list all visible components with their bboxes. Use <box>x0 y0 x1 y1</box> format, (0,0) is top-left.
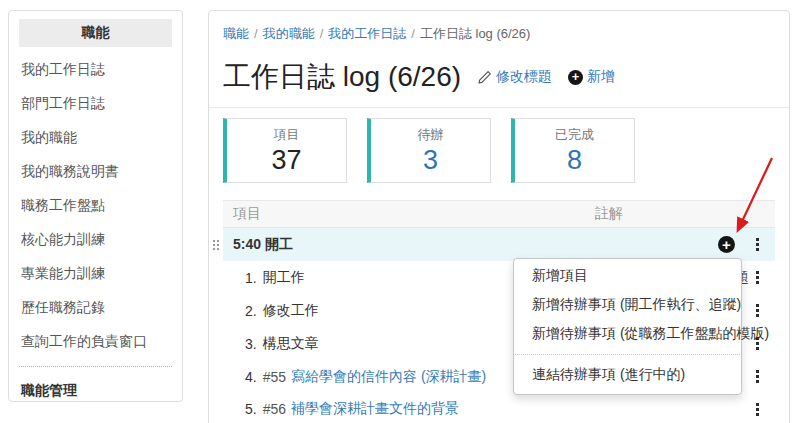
row-text: 構思文章 <box>263 335 319 353</box>
row-link[interactable]: 寫給學會的信件內容 (深耕計畫) <box>291 368 486 386</box>
row-link[interactable]: 補學會深耕計畫文件的背景 <box>291 400 459 418</box>
breadcrumb-current: 工作日誌 log (6/26) <box>420 26 531 41</box>
breadcrumb-separator: / <box>254 26 258 41</box>
stat-label: 待辦 <box>371 126 490 144</box>
plus-circle-icon <box>568 70 583 85</box>
sidebar-item-core-skill-training[interactable]: 核心能力訓練 <box>19 223 172 257</box>
stat-card-items: 項目 37 <box>223 118 347 183</box>
pencil-icon <box>477 70 492 85</box>
add-item-dropdown-menu: 新增項目 新增待辦事項 (開工作執行、追蹤) 新增待辦事項 (從職務工作盤點的模… <box>513 258 742 395</box>
row-prefix: #56 <box>263 401 286 417</box>
sidebar-menu: 我的工作日誌 部門工作日誌 我的職能 我的職務說明書 職務工作盤點 核心能力訓練… <box>19 53 172 359</box>
stat-value: 37 <box>227 144 346 176</box>
sidebar-item-competency-management[interactable]: 職能管理 <box>19 374 172 408</box>
stat-label: 項目 <box>227 126 346 144</box>
kebab-menu-icon[interactable] <box>752 269 763 286</box>
add-item-button[interactable] <box>718 236 735 253</box>
breadcrumb: 職能/我的職能/我的工作日誌/工作日誌 log (6/26) <box>223 25 775 43</box>
stat-value: 8 <box>515 144 634 176</box>
breadcrumb-link-competency[interactable]: 職能 <box>223 26 249 41</box>
drag-handle-icon[interactable] <box>213 240 215 242</box>
kebab-menu-icon[interactable] <box>752 401 763 418</box>
breadcrumb-separator: / <box>320 26 324 41</box>
sidebar-item-dept-work-log[interactable]: 部門工作日誌 <box>19 87 172 121</box>
add-label: 新增 <box>587 68 615 86</box>
kebab-menu-icon[interactable] <box>752 302 763 319</box>
sidebar-item-past-position-records[interactable]: 歷任職務記錄 <box>19 291 172 325</box>
stat-card-todo: 待辦 3 <box>367 118 491 183</box>
menu-item-add-todo-exec-track[interactable]: 新增待辦事項 (開工作執行、追蹤) <box>514 293 741 316</box>
menu-item-add-todo-from-template[interactable]: 新增待辦事項 (從職務工作盤點的模版) <box>514 322 741 345</box>
group-row-title: 5:40 開工 <box>233 236 293 254</box>
sidebar-item-job-task-inventory[interactable]: 職務工作盤點 <box>19 189 172 223</box>
table-row: 5. #56 補學會深耕計畫文件的背景 <box>223 393 775 423</box>
title-divider <box>209 107 789 108</box>
kebab-menu-icon[interactable] <box>752 236 763 253</box>
sidebar-item-professional-training[interactable]: 專業能力訓練 <box>19 257 172 291</box>
menu-item-link-todo-in-progress[interactable]: 連結待辦事項 (進行中的) <box>514 363 741 386</box>
menu-divider <box>515 354 740 355</box>
stat-label: 已完成 <box>515 126 634 144</box>
add-button[interactable]: 新增 <box>568 68 615 86</box>
row-number: 2. <box>245 303 257 319</box>
title-row: 工作日誌 log (6/26) 修改標題 新增 <box>223 58 775 96</box>
row-number: 3. <box>245 336 257 352</box>
stat-card-done: 已完成 8 <box>511 118 635 183</box>
stat-value: 3 <box>371 144 490 176</box>
sidebar-header: 職能 <box>19 19 172 47</box>
page-title: 工作日誌 log (6/26) <box>223 58 461 96</box>
kebab-menu-icon[interactable] <box>752 368 763 385</box>
breadcrumb-link-my-competency[interactable]: 我的職能 <box>263 26 315 41</box>
row-text: 開工作 <box>263 269 305 287</box>
sidebar: 職能 我的工作日誌 部門工作日誌 我的職能 我的職務說明書 職務工作盤點 核心能… <box>8 10 183 402</box>
sidebar-item-my-job-description[interactable]: 我的職務說明書 <box>19 155 172 189</box>
column-header-notes: 註解 <box>595 205 623 223</box>
menu-item-add-item[interactable]: 新增項目 <box>514 264 741 287</box>
row-number: 5. <box>245 401 257 417</box>
sidebar-item-my-competency[interactable]: 我的職能 <box>19 121 172 155</box>
table-header: 項目 註解 <box>223 200 775 228</box>
sidebar-divider <box>19 366 172 367</box>
row-text: 修改工作 <box>263 302 319 320</box>
row-number: 4. <box>245 369 257 385</box>
breadcrumb-separator: / <box>411 26 415 41</box>
edit-title-label: 修改標題 <box>496 68 552 86</box>
group-row: 5:40 開工 <box>223 228 775 261</box>
sidebar-item-my-work-log[interactable]: 我的工作日誌 <box>19 53 172 87</box>
row-number: 1. <box>245 270 257 286</box>
edit-title-button[interactable]: 修改標題 <box>477 68 552 86</box>
column-header-items: 項目 <box>233 205 595 223</box>
row-prefix: #55 <box>263 369 286 385</box>
stat-cards: 項目 37 待辦 3 已完成 8 <box>223 118 775 183</box>
breadcrumb-link-my-work-log[interactable]: 我的工作日誌 <box>328 26 406 41</box>
sidebar-item-query-work-contact[interactable]: 查詢工作的負責窗口 <box>19 325 172 359</box>
